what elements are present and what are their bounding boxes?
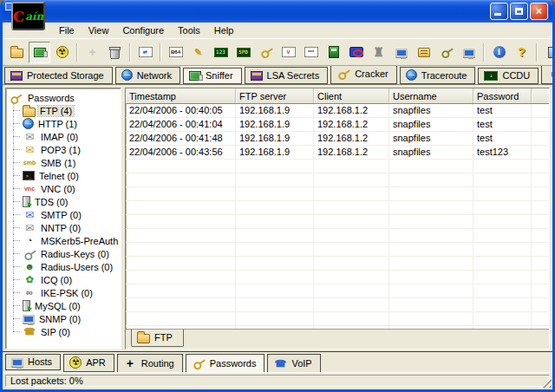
ntlm-spoof-button[interactable] xyxy=(345,42,367,63)
cisco-type7-decoder-button[interactable]: ✎ xyxy=(187,42,209,63)
subtab-ftp[interactable]: FTP xyxy=(131,330,184,347)
table-cell-empty xyxy=(314,173,389,186)
table-cell: 22/04/2006 - 00:43:56 xyxy=(126,146,236,159)
table-row[interactable]: 22/04/2006 - 00:41:04192.168.1.9192.168.… xyxy=(126,118,549,132)
add-to-list-button[interactable]: + xyxy=(82,42,103,63)
table-cell: test xyxy=(473,104,532,117)
tab-hosts[interactable]: Hosts xyxy=(5,354,61,370)
tree-item-ike-psk[interactable]: ∞IKE-PSK (0) xyxy=(7,286,120,299)
base64-decoder-button[interactable]: B64 xyxy=(165,42,186,63)
tab-traceroute[interactable]: Traceroute xyxy=(400,67,476,84)
tree-item-icq[interactable]: ✿ICQ (0) xyxy=(7,273,120,286)
menu-view[interactable]: View xyxy=(82,23,115,37)
table-cell-empty xyxy=(236,160,314,173)
tree-item-telnet[interactable]: >_Telnet (0) xyxy=(7,169,120,182)
vc-decoder-button[interactable]: V xyxy=(278,42,299,63)
table-row[interactable]: 22/04/2006 - 00:40:05192.168.1.9192.168.… xyxy=(126,104,549,118)
table-cell-empty xyxy=(532,312,549,325)
table-body: 22/04/2006 - 00:40:05192.168.1.9192.168.… xyxy=(126,104,549,329)
tab-label: LSA Secrets xyxy=(267,70,320,81)
tree-root-passwords[interactable]: Passwords xyxy=(7,91,120,104)
table-cell-empty xyxy=(314,187,389,200)
column-header-client[interactable]: Client xyxy=(314,88,389,103)
remove-button[interactable] xyxy=(104,42,126,63)
tree-item-mskerb5-preauth[interactable]: ◔MSKerb5-PreAuth (0) xyxy=(7,234,120,247)
tree-item-radius-keys[interactable]: Radius-Keys (0) xyxy=(7,247,120,260)
tree-item-smtp[interactable]: ✉SMTP (0) xyxy=(7,208,120,221)
password-decoder-button[interactable]: *** xyxy=(300,42,322,63)
vpn-key-button[interactable] xyxy=(255,42,277,63)
menu-tools[interactable]: Tools xyxy=(172,23,206,37)
info-button[interactable]: i xyxy=(488,42,510,63)
tree-item-pop3[interactable]: ✉POP3 (1) xyxy=(7,143,120,156)
table-cell-empty xyxy=(314,201,389,214)
tree-item-snmp[interactable]: SNMP (0) xyxy=(7,312,120,325)
menu-configure[interactable]: Configure xyxy=(116,23,170,37)
tree-item-mysql[interactable]: MySQL (0) xyxy=(7,299,120,312)
table-row[interactable]: 22/04/2006 - 00:43:56192.168.1.9192.168.… xyxy=(126,146,549,160)
calculator-button[interactable] xyxy=(323,42,344,63)
tree-item-tds[interactable]: TDS (0) xyxy=(7,195,120,208)
exit-button[interactable] xyxy=(541,42,555,63)
table-cell-empty xyxy=(532,215,549,228)
tree-item-http[interactable]: HTTP (1) xyxy=(7,117,120,130)
tree-item-radius-users[interactable]: ☻Radius-Users (0) xyxy=(7,260,120,273)
base-station-button[interactable]: ♜ xyxy=(368,42,389,63)
syskey-button[interactable] xyxy=(435,42,457,63)
menu-help[interactable]: Help xyxy=(208,23,240,37)
tab-lsa-secrets[interactable]: LSA Secrets xyxy=(245,67,329,84)
phonebook-button[interactable] xyxy=(413,42,434,63)
table-cell-empty xyxy=(473,229,532,242)
tab-label: Hosts xyxy=(28,356,52,367)
maximize-button[interactable] xyxy=(510,3,528,20)
tree-item-sip[interactable]: ☎SIP (0) xyxy=(7,325,120,338)
column-header-blank[interactable] xyxy=(532,88,549,103)
tab-routing[interactable]: +Routing xyxy=(117,354,183,372)
tree-item-label: VNC (0) xyxy=(39,184,77,194)
title-bar[interactable]: C aín × xyxy=(3,0,552,23)
table-cell-empty xyxy=(236,173,314,186)
table-cell-empty xyxy=(532,284,549,297)
tab-sniffer[interactable]: Sniffer xyxy=(183,68,242,84)
tab-cracker[interactable]: Cracker xyxy=(330,65,397,84)
column-header-timestamp[interactable]: Timestamp xyxy=(126,88,236,103)
help-button[interactable]: ? xyxy=(511,42,532,63)
rsa-token-calculator-button[interactable]: SPD xyxy=(232,42,254,63)
menu-file[interactable]: File xyxy=(53,23,81,37)
table-cell: 22/04/2006 - 00:40:05 xyxy=(126,104,236,117)
restore-button[interactable]: ⇄ xyxy=(134,42,156,63)
tab-passwords[interactable]: Passwords xyxy=(186,354,265,372)
table-cell: 22/04/2006 - 00:41:04 xyxy=(126,118,236,131)
start-stop-sniffer-button[interactable] xyxy=(29,42,50,63)
remote-desktop-button[interactable] xyxy=(390,42,412,63)
open-folder-button[interactable] xyxy=(6,42,28,63)
tab-protected-storage[interactable]: Protected Storage xyxy=(4,67,113,84)
password-decoder-icon: *** xyxy=(304,47,318,57)
tree-item-smb[interactable]: smbSMB (1) xyxy=(7,156,120,169)
tree-item-ftp[interactable]: FTP (4) xyxy=(7,104,120,117)
minimize-button[interactable] xyxy=(490,3,508,20)
column-header-password[interactable]: Password xyxy=(473,88,532,103)
tab-wireless[interactable]: ψWireless xyxy=(541,65,552,84)
column-header-username[interactable]: Username xyxy=(389,88,473,103)
tab-network[interactable]: Network xyxy=(115,67,180,84)
tree-item-vnc[interactable]: vncVNC (0) xyxy=(7,182,120,195)
table-row[interactable]: 22/04/2006 - 00:41:48192.168.1.9192.168.… xyxy=(126,132,549,146)
tree-item-label: MySQL (0) xyxy=(33,301,82,311)
tree-item-label: NNTP (0) xyxy=(39,223,82,233)
tree-item-label: Telnet (0) xyxy=(37,171,81,181)
close-button[interactable]: × xyxy=(530,3,548,20)
tab-apr[interactable]: ☢APR xyxy=(63,354,114,372)
hash-calculator-button[interactable]: 123 xyxy=(210,42,232,63)
table-cell-empty xyxy=(473,284,532,297)
column-header-ftp-server[interactable]: FTP server xyxy=(236,88,314,103)
table-cell-empty xyxy=(389,201,473,214)
tree-item-label: IKE-PSK (0) xyxy=(39,288,95,298)
tree-item-nntp[interactable]: ✉NNTP (0) xyxy=(7,221,120,234)
av-monitor-button[interactable] xyxy=(458,42,480,63)
tree-item-imap[interactable]: ✉IMAP (0) xyxy=(7,130,120,143)
tab-ccdu[interactable]: ↓CCDU xyxy=(478,68,539,84)
ccdu-lcd-icon: ↓ xyxy=(484,71,498,81)
tab-voip[interactable]: ☎VoIP xyxy=(267,354,320,372)
start-stop-apr-button[interactable]: ☢ xyxy=(51,42,73,63)
